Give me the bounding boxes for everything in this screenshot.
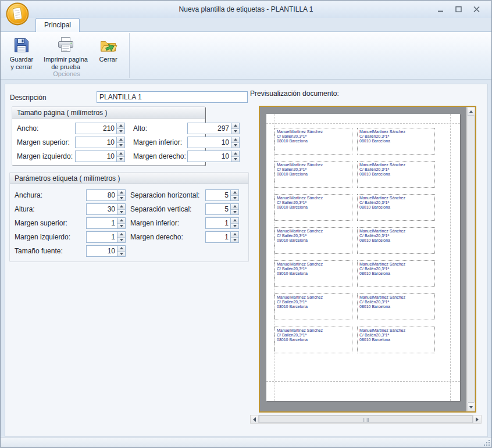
preview-label-cell: ManuelMartinez SánchezC/ Bailén20,3º1ª08… <box>274 161 352 188</box>
resize-grip[interactable] <box>483 439 490 446</box>
arrow-down-icon <box>120 225 123 227</box>
window-title: Nueva plantilla de etiquetas - PLANTILLA… <box>1 1 491 18</box>
scroll-left-button[interactable] <box>251 415 259 423</box>
close-form-label: Cerrar <box>99 56 117 63</box>
numeric-spinner[interactable]: 1 <box>86 217 126 229</box>
numeric-spinner[interactable]: 1 <box>205 217 239 229</box>
spin-down-button[interactable] <box>231 157 239 162</box>
spin-up-button[interactable] <box>231 218 238 224</box>
numeric-spinner[interactable]: 30 <box>86 203 126 215</box>
spin-down-button[interactable] <box>231 224 238 229</box>
margin-guide-right <box>450 114 451 401</box>
numeric-spinner[interactable]: 1 <box>86 231 126 243</box>
save-close-label: Guardar y cerrar <box>10 56 33 71</box>
preview-label-cell: ManuelMartinez SánchezC/ Bailén20,3º1ª08… <box>357 128 435 155</box>
preview-page: ManuelMartinez SánchezC/ Bailén20,3º1ª08… <box>266 114 460 401</box>
spinner-buttons <box>230 232 238 242</box>
spin-down-button[interactable] <box>117 196 125 201</box>
numeric-spinner[interactable]: 1 <box>205 231 239 243</box>
arrow-up-icon <box>469 110 473 113</box>
close-form-button[interactable]: Cerrar <box>93 34 123 65</box>
spinner-value: 10 <box>188 137 231 148</box>
scroll-up-button[interactable] <box>467 107 475 116</box>
spinner-value: 297 <box>188 123 231 134</box>
arrow-down-icon <box>234 144 237 146</box>
status-bar <box>1 437 491 447</box>
spin-down-button[interactable] <box>117 143 124 148</box>
print-test-page-button[interactable]: Imprimir pagina de prueba <box>38 34 93 73</box>
arrow-up-icon <box>233 233 237 235</box>
arrow-up-icon <box>120 191 123 193</box>
spin-down-button[interactable] <box>231 143 239 148</box>
numeric-spinner[interactable]: 10 <box>75 137 125 148</box>
ribbon: Guardar y cerrar <box>1 31 491 80</box>
spin-down-button[interactable] <box>117 224 125 229</box>
maximize-button[interactable] <box>454 5 462 13</box>
spin-up-button[interactable] <box>231 190 238 196</box>
app-icon[interactable] <box>5 2 30 26</box>
spinner-value: 210 <box>76 123 116 134</box>
spin-up-button[interactable] <box>117 123 124 129</box>
preview-label-cell: ManuelMartinez SánchezC/ Bailén20,3º1ª08… <box>357 161 435 188</box>
spin-up-button[interactable] <box>231 204 238 210</box>
arrow-down-icon <box>233 239 237 241</box>
close-button[interactable] <box>472 5 480 13</box>
preview-label-cell: ManuelMartinez SánchezC/ Bailén20,3º1ª08… <box>357 327 435 353</box>
spin-up-button[interactable] <box>231 232 238 238</box>
spin-up-button[interactable] <box>231 151 239 157</box>
scroll-down-button[interactable] <box>467 403 475 411</box>
spin-up-button[interactable] <box>231 137 239 143</box>
spin-down-button[interactable] <box>117 252 125 257</box>
numeric-spinner[interactable]: 10 <box>187 150 240 162</box>
vertical-scrollbar[interactable] <box>466 107 475 411</box>
arrow-down-icon <box>120 197 123 199</box>
horizontal-scroll-thumb[interactable] <box>259 415 473 423</box>
field-label: Altura: <box>15 205 35 213</box>
arrow-down-icon <box>120 239 123 241</box>
save-close-button[interactable]: Guardar y cerrar <box>5 34 38 73</box>
horizontal-scrollbar[interactable] <box>250 415 482 424</box>
spinner-buttons <box>117 218 125 228</box>
minimize-button[interactable] <box>436 5 444 13</box>
field-label: Margen izquierdo: <box>15 233 70 241</box>
arrow-up-icon <box>119 138 123 141</box>
spin-down-button[interactable] <box>231 210 238 215</box>
vertical-scroll-thumb[interactable] <box>468 116 475 403</box>
spin-up-button[interactable] <box>117 218 125 224</box>
spin-down-button[interactable] <box>231 129 239 134</box>
spin-down-button[interactable] <box>117 157 124 162</box>
numeric-spinner[interactable]: 80 <box>86 189 126 201</box>
spin-down-button[interactable] <box>117 129 124 134</box>
spin-down-button[interactable] <box>117 210 125 215</box>
preview-label-cell: ManuelMartinez SánchezC/ Bailén20,3º1ª08… <box>274 260 352 287</box>
spinner-buttons <box>117 246 125 256</box>
title-bar[interactable]: Nueva plantilla de etiquetas - PLANTILLA… <box>1 1 491 18</box>
numeric-spinner[interactable]: 297 <box>187 123 240 134</box>
tab-principal[interactable]: Principal <box>35 18 80 32</box>
numeric-spinner[interactable]: 10 <box>187 137 240 148</box>
spin-up-button[interactable] <box>117 204 125 210</box>
label-params-group-title: Parámetros etiqueta ( milímetros ) <box>10 173 248 184</box>
spin-up-button[interactable] <box>117 137 124 143</box>
spin-down-button[interactable] <box>231 238 238 243</box>
numeric-spinner[interactable]: 5 <box>205 203 239 215</box>
field-label: Margen inferior: <box>133 138 182 146</box>
spin-down-button[interactable] <box>231 196 238 201</box>
spin-up-button[interactable] <box>117 190 125 196</box>
numeric-spinner[interactable]: 210 <box>75 123 125 134</box>
spin-up-button[interactable] <box>117 232 125 238</box>
scroll-right-button[interactable] <box>473 415 481 423</box>
app-orb-icon <box>5 2 30 26</box>
spin-up-button[interactable] <box>117 246 125 252</box>
spin-up-button[interactable] <box>117 151 124 157</box>
numeric-spinner[interactable]: 10 <box>86 245 126 257</box>
spinner-value: 10 <box>188 151 231 162</box>
spin-up-button[interactable] <box>231 123 239 129</box>
field-label: Ancho: <box>17 124 38 132</box>
numeric-spinner[interactable]: 5 <box>205 189 239 201</box>
description-input[interactable] <box>97 91 248 103</box>
numeric-spinner[interactable]: 10 <box>75 150 125 162</box>
spin-down-button[interactable] <box>117 238 125 243</box>
arrow-up-icon <box>120 233 123 235</box>
margin-guide-bottom <box>266 381 460 382</box>
